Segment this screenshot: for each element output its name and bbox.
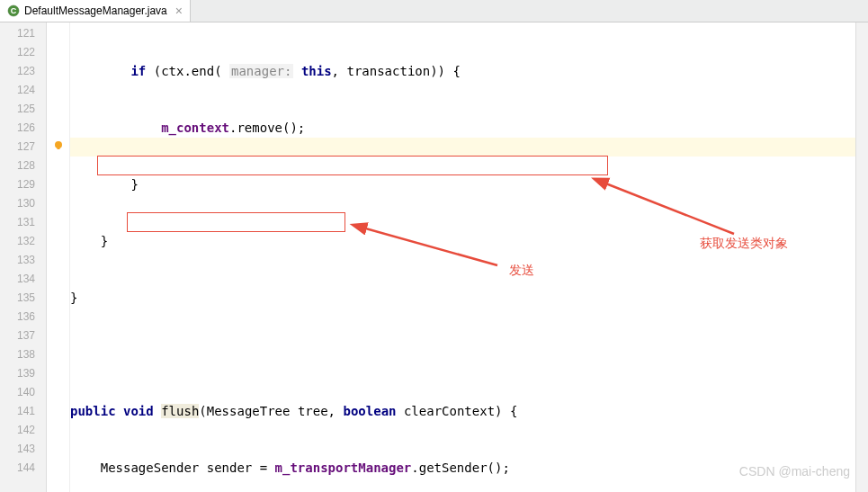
line-number: 127 [0, 138, 35, 157]
file-tab[interactable]: C DefaultMessageManager.java × [0, 0, 191, 22]
line-number: 139 [0, 364, 35, 383]
line-number: 133 [0, 251, 35, 270]
line-number: 136 [0, 308, 35, 327]
close-icon[interactable]: × [175, 4, 183, 18]
code-line [70, 345, 868, 364]
tab-filename: DefaultMessageManager.java [24, 4, 167, 17]
line-number: 138 [0, 345, 35, 364]
line-number-gutter: 121 122 123 124 125 126 127 128 129 130 … [0, 22, 47, 492]
line-number: 123 [0, 62, 35, 81]
svg-point-2 [55, 141, 62, 148]
line-number: 137 [0, 327, 35, 345]
line-number: 122 [0, 43, 35, 62]
svg-text:C: C [11, 6, 17, 15]
annotation-label-2: 发送 [509, 261, 534, 280]
intention-bulb-icon[interactable] [52, 139, 65, 152]
code-line: if (ctx.end( manager: this, transaction)… [70, 62, 868, 81]
line-number: 140 [0, 383, 35, 402]
line-number: 129 [0, 175, 35, 194]
svg-rect-3 [58, 148, 60, 149]
icon-gutter [47, 22, 70, 492]
line-number: 131 [0, 213, 35, 232]
code-line: m_context.remove(); [70, 119, 868, 138]
arrow-2 [349, 222, 511, 276]
line-number: 126 [0, 119, 35, 138]
code-line: } [70, 289, 868, 308]
line-number: 141 [0, 402, 35, 421]
annotation-box-2 [127, 212, 345, 232]
code-line: } [70, 175, 868, 194]
editor-tabs: C DefaultMessageManager.java × [0, 0, 868, 22]
svg-line-4 [604, 183, 734, 234]
line-number: 144 [0, 459, 35, 478]
java-class-icon: C [7, 4, 20, 17]
line-number: 130 [0, 194, 35, 213]
annotation-label-1: 获取发送类对象 [700, 234, 788, 253]
line-number: 128 [0, 157, 35, 175]
watermark: CSDN @mai-cheng [739, 464, 850, 479]
code-area[interactable]: if (ctx.end( manager: this, transaction)… [70, 22, 868, 492]
code-line: public void flush(MessageTree tree, bool… [70, 402, 868, 421]
svg-line-5 [362, 228, 497, 265]
line-number: 134 [0, 270, 35, 289]
annotation-box-1 [97, 156, 608, 175]
line-number: 121 [0, 24, 35, 43]
editor-area: 121 122 123 124 125 126 127 128 129 130 … [0, 22, 868, 492]
line-number: 132 [0, 232, 35, 251]
line-number: 135 [0, 289, 35, 308]
line-number: 125 [0, 100, 35, 119]
line-number: 124 [0, 81, 35, 100]
line-number: 143 [0, 440, 35, 459]
line-number: 142 [0, 421, 35, 440]
